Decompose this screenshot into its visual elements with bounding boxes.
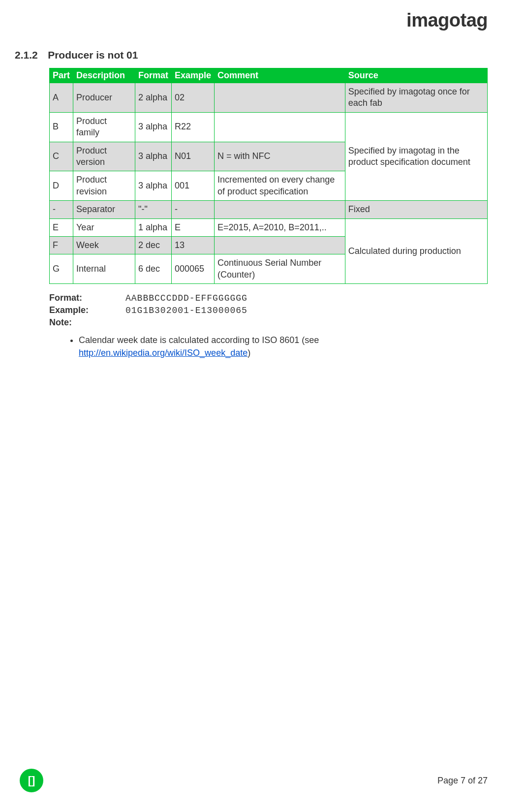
section-title: Producer is not 01 xyxy=(48,49,138,61)
cell-fmt: "-" xyxy=(135,201,172,219)
cell-fmt: 1 alpha xyxy=(135,219,172,236)
cell-source: Specified by imagotag once for each fab xyxy=(345,83,487,113)
th-description: Description xyxy=(73,68,135,83)
th-format: Format xyxy=(135,68,172,83)
cell-fmt: 6 dec xyxy=(135,254,172,284)
cell-part: B xyxy=(50,112,73,142)
th-source: Source xyxy=(345,68,487,83)
cell-desc: Week xyxy=(73,236,135,254)
table-row: -Separator"-"-Fixed xyxy=(50,201,488,219)
cell-source: Fixed xyxy=(345,201,487,219)
note-item: Calendar week date is calculated accordi… xyxy=(79,334,423,359)
section-heading: 2.1.2 Producer is not 01 xyxy=(15,49,488,61)
footer-badge-icon: [] xyxy=(20,769,43,792)
cell-cmt: Incremented on every change of product s… xyxy=(215,171,345,201)
cell-ex: 13 xyxy=(172,236,215,254)
cell-desc: Product version xyxy=(73,142,135,171)
cell-cmt xyxy=(215,201,345,219)
cell-fmt: 2 alpha xyxy=(135,83,172,113)
section-number: 2.1.2 xyxy=(15,49,38,61)
cell-desc: Producer xyxy=(73,83,135,113)
note-label: Note: xyxy=(49,317,123,328)
cell-desc: Product revision xyxy=(73,171,135,201)
cell-fmt: 3 alpha xyxy=(135,171,172,201)
cell-part: C xyxy=(50,142,73,171)
cell-ex: N01 xyxy=(172,142,215,171)
cell-cmt xyxy=(215,112,345,142)
cell-cmt xyxy=(215,83,345,113)
cell-part: - xyxy=(50,201,73,219)
cell-cmt: N = with NFC xyxy=(215,142,345,171)
brand-logo: imagotag xyxy=(406,10,488,31)
table-row: AProducer2 alpha02Specified by imagotag … xyxy=(50,83,488,113)
format-value: AABBBCCCDDD-EFFGGGGGG xyxy=(125,293,248,303)
cell-ex: - xyxy=(172,201,215,219)
example-value: 01G1B302001-E13000065 xyxy=(125,306,248,315)
cell-source: Calculated during production xyxy=(345,219,487,284)
table-row: BProduct family3 alphaR22Specified by im… xyxy=(50,112,488,142)
note-list: Calendar week date is calculated accordi… xyxy=(79,334,423,359)
cell-desc: Separator xyxy=(73,201,135,219)
footer-page-number: Page 7 of 27 xyxy=(437,776,488,786)
note-link[interactable]: http://en.wikipedia.org/wiki/ISO_week_da… xyxy=(79,348,248,358)
cell-part: D xyxy=(50,171,73,201)
cell-ex: E xyxy=(172,219,215,236)
th-comment: Comment xyxy=(215,68,345,83)
cell-fmt: 3 alpha xyxy=(135,112,172,142)
example-label: Example: xyxy=(49,305,123,315)
cell-desc: Year xyxy=(73,219,135,236)
parts-table: Part Description Format Example Comment … xyxy=(49,68,488,284)
cell-part: F xyxy=(50,236,73,254)
cell-desc: Product family xyxy=(73,112,135,142)
note-text-suffix: ) xyxy=(248,348,250,358)
cell-ex: 001 xyxy=(172,171,215,201)
cell-desc: Internal xyxy=(73,254,135,284)
cell-part: G xyxy=(50,254,73,284)
cell-fmt: 2 dec xyxy=(135,236,172,254)
th-example: Example xyxy=(172,68,215,83)
cell-cmt: Continuous Serial Number (Counter) xyxy=(215,254,345,284)
cell-cmt: E=2015, A=2010, B=2011,.. xyxy=(215,219,345,236)
cell-ex: R22 xyxy=(172,112,215,142)
th-part: Part xyxy=(50,68,73,83)
note-text-prefix: Calendar week date is calculated accordi… xyxy=(79,335,319,345)
info-block: Format: AABBBCCCDDD-EFFGGGGGG Example: 0… xyxy=(49,293,488,328)
cell-cmt xyxy=(215,236,345,254)
table-row: EYear1 alphaEE=2015, A=2010, B=2011,..Ca… xyxy=(50,219,488,236)
footer: [] Page 7 of 27 xyxy=(0,769,527,792)
cell-ex: 02 xyxy=(172,83,215,113)
cell-part: A xyxy=(50,83,73,113)
cell-fmt: 3 alpha xyxy=(135,142,172,171)
cell-part: E xyxy=(50,219,73,236)
cell-ex: 000065 xyxy=(172,254,215,284)
format-label: Format: xyxy=(49,293,123,303)
cell-source: Specified by imagotag in the product spe… xyxy=(345,112,487,200)
